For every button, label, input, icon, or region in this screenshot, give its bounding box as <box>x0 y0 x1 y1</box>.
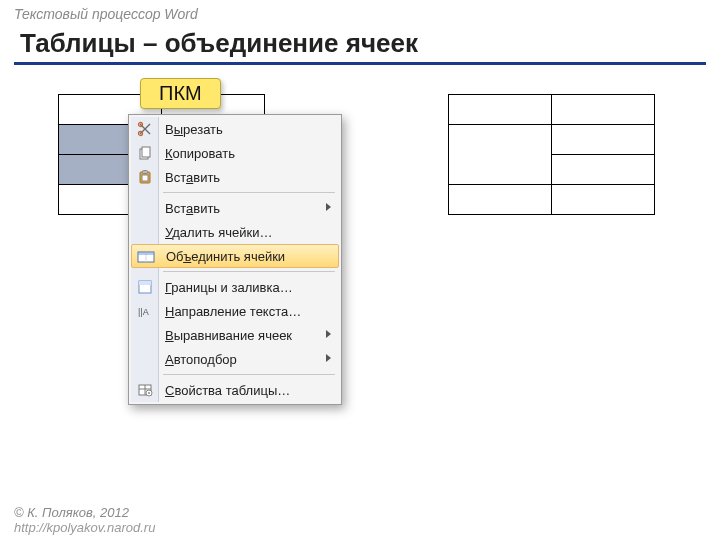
menu-label: Вставить <box>165 201 220 216</box>
page-title: Таблицы – объединение ячеек <box>20 28 418 59</box>
footer-url: http://kpolyakov.narod.ru <box>14 520 155 536</box>
app-subtitle: Текстовый процессор Word <box>14 6 198 22</box>
menu-insert[interactable]: Вставить <box>131 196 339 220</box>
menu-label: Границы и заливка… <box>165 280 293 295</box>
cell <box>449 95 552 125</box>
menu-borders-fill[interactable]: Границы и заливка… <box>131 275 339 299</box>
text-direction-icon: ||A <box>136 302 154 320</box>
copy-icon <box>136 144 154 162</box>
paste-icon <box>136 168 154 186</box>
footer-copyright: © К. Поляков, 2012 <box>14 505 155 521</box>
footer: © К. Поляков, 2012 http://kpolyakov.naro… <box>14 505 155 536</box>
menu-merge-cells[interactable]: Объединить ячейки <box>131 244 339 268</box>
menu-label: Удалить ячейки… <box>165 225 273 240</box>
menu-copy[interactable]: Копировать <box>131 141 339 165</box>
menu-label: Копировать <box>165 146 235 161</box>
menu-label: Вырезать <box>165 122 223 137</box>
svg-rect-6 <box>142 175 148 181</box>
cell <box>552 95 655 125</box>
menu-label: Объединить ячейки <box>166 249 285 264</box>
svg-rect-3 <box>142 147 150 157</box>
menu-table-properties[interactable]: Свойства таблицы… <box>131 378 339 402</box>
menu-paste[interactable]: Вставить <box>131 165 339 189</box>
svg-rect-11 <box>139 281 151 285</box>
menu-separator <box>163 374 335 375</box>
cell <box>552 125 655 155</box>
table-properties-icon <box>136 381 154 399</box>
cell <box>552 185 655 215</box>
menu-autofit[interactable]: Автоподбор <box>131 347 339 371</box>
cell-merged <box>449 125 552 185</box>
menu-label: Автоподбор <box>165 352 237 367</box>
menu-label: Выравнивание ячеек <box>165 328 292 343</box>
menu-label: Свойства таблицы… <box>165 383 290 398</box>
menu-cell-alignment[interactable]: Выравнивание ячеек <box>131 323 339 347</box>
chevron-right-icon <box>326 330 331 338</box>
menu-cut[interactable]: Вырезать <box>131 117 339 141</box>
rightclick-callout: ПКМ <box>140 78 221 109</box>
merge-cells-icon <box>137 248 155 266</box>
svg-rect-5 <box>143 171 148 174</box>
title-divider <box>14 62 706 65</box>
context-menu: Вырезать Копировать Вставить Вставить Уд… <box>128 114 342 405</box>
cell <box>552 155 655 185</box>
borders-icon <box>136 278 154 296</box>
menu-separator <box>163 192 335 193</box>
chevron-right-icon <box>326 354 331 362</box>
menu-text-direction[interactable]: ||A Направление текста… <box>131 299 339 323</box>
menu-label: Вставить <box>165 170 220 185</box>
result-table <box>448 94 655 215</box>
chevron-right-icon <box>326 203 331 211</box>
scissors-icon <box>136 120 154 138</box>
svg-text:||A: ||A <box>138 307 149 317</box>
svg-rect-9 <box>138 252 154 255</box>
menu-label: Направление текста… <box>165 304 301 319</box>
cell <box>449 185 552 215</box>
menu-delete-cells[interactable]: Удалить ячейки… <box>131 220 339 244</box>
menu-separator <box>163 271 335 272</box>
